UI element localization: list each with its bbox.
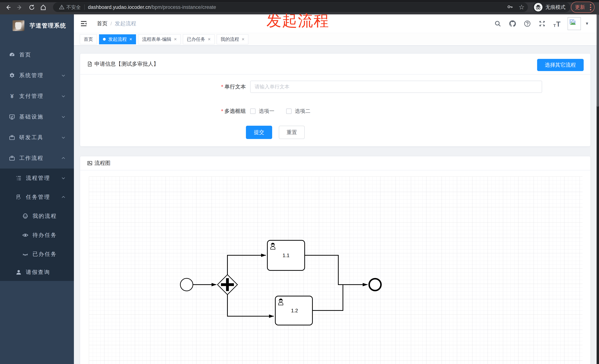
scrollbar-thumb[interactable]: [597, 14, 599, 107]
edge-gateway-to-task2: [228, 295, 274, 316]
main-area: 首页 / 发起流程 T T: [74, 14, 599, 364]
security-label[interactable]: 不安全: [66, 4, 81, 10]
sidebar-item-process-mgmt[interactable]: 流程管理: [0, 169, 74, 187]
checkbox-box[interactable]: [250, 109, 255, 114]
tab-process-form-edit[interactable]: 流程表单-编辑 ×: [138, 34, 181, 44]
edge-gateway-to-task1: [228, 255, 266, 275]
person-icon: [16, 269, 22, 275]
robot-icon: [22, 213, 28, 219]
sidebar-item-home[interactable]: 首页: [0, 44, 74, 65]
annotation-text: 发起流程: [266, 11, 329, 31]
active-tab-dot: [103, 38, 106, 41]
checkbox-option-2[interactable]: 选项二: [286, 108, 310, 115]
tab-label: 已办任务: [187, 36, 205, 42]
sidebar-item-label: 已办任务: [33, 251, 57, 258]
tab-close-icon[interactable]: ×: [242, 36, 245, 42]
tab-close-icon[interactable]: ×: [129, 36, 132, 42]
tree-list-icon: [16, 175, 22, 181]
tab-bar: 首页 发起流程 × 流程表单-编辑 × 已办任务 × 我的流程 ×: [74, 33, 599, 46]
required-mark: *: [221, 84, 223, 90]
gauge-icon: [9, 52, 15, 58]
checkbox-group: 选项一 选项二: [250, 108, 310, 115]
app-logo-row[interactable]: 芋道管理系统: [0, 14, 74, 34]
sidebar-item-dev-tools[interactable]: 研发工具: [0, 127, 74, 148]
sidebar-item-leave-query[interactable]: 请假查询: [0, 263, 74, 281]
tab-close-icon[interactable]: ×: [174, 36, 177, 42]
app-header: 首页 / 发起流程 T T: [74, 14, 599, 33]
incognito-label: 无痕模式: [546, 4, 565, 10]
select-other-process-button[interactable]: 选择其它流程: [537, 59, 584, 71]
tab-my-process[interactable]: 我的流程 ×: [217, 34, 248, 44]
broken-image-icon: [569, 18, 576, 26]
single-line-text-input[interactable]: [250, 81, 542, 93]
url-text[interactable]: dashboard.yudao.iocoder.cn/bpm/process-i…: [88, 4, 216, 10]
sidebar-item-payment[interactable]: ¥ 支付管理: [0, 86, 74, 107]
github-icon[interactable]: [509, 20, 517, 28]
eye-icon: [22, 232, 28, 238]
submit-button[interactable]: 提交: [246, 126, 272, 139]
edge-task2-out: [312, 285, 343, 311]
avatar-dropdown-caret[interactable]: ▼: [585, 21, 589, 26]
breadcrumb: 首页 / 发起流程: [97, 20, 136, 27]
breadcrumb-separator: /: [110, 21, 112, 26]
sidebar-item-done-tasks[interactable]: 已办任务: [0, 245, 74, 263]
update-label: 更新: [575, 4, 585, 10]
image-icon: [87, 161, 93, 166]
sidebar-item-label: 系统管理: [19, 72, 44, 79]
fullscreen-icon[interactable]: [538, 20, 546, 28]
chevron-down-icon: [61, 135, 66, 140]
font-size-icon[interactable]: T T: [553, 20, 561, 28]
tab-done-tasks[interactable]: 已办任务 ×: [183, 34, 214, 44]
tab-home[interactable]: 首页: [80, 34, 97, 44]
browser-reload-button[interactable]: [27, 3, 36, 12]
toolbox-icon: [9, 134, 15, 141]
sidebar-item-my-process[interactable]: 我的流程: [0, 207, 74, 226]
security-warning-icon[interactable]: [59, 4, 64, 10]
required-mark: *: [221, 108, 223, 114]
sidebar-item-workflow[interactable]: 工作流程: [0, 148, 74, 169]
briefcase-icon: [9, 155, 15, 161]
sidebar-item-label: 任务管理: [26, 194, 50, 201]
search-icon[interactable]: [494, 20, 502, 28]
reset-button[interactable]: 重置: [279, 126, 305, 139]
bpmn-start-event: [180, 278, 193, 291]
sidebar-item-label: 基础设施: [19, 113, 44, 120]
tab-close-icon[interactable]: ×: [208, 36, 211, 42]
page-scrollbar[interactable]: [597, 14, 599, 364]
form-card-title: 申请信息【测试多审批人】: [94, 60, 159, 68]
browser-menu-icon[interactable]: [590, 4, 591, 10]
browser-home-button[interactable]: [38, 3, 48, 12]
chevron-up-icon: [61, 156, 66, 161]
workflow-submenu: 流程管理 任务管理 我的流程: [0, 169, 74, 281]
page-content: 申请信息【测试多审批人】 选择其它流程 *单行文本 *多选框组: [74, 46, 599, 364]
forward-arrow-icon: [17, 4, 23, 10]
chevron-down-icon: [61, 176, 66, 180]
help-icon[interactable]: [523, 20, 531, 28]
incognito-badge: 无痕模式: [533, 2, 570, 12]
sidebar-collapse-button[interactable]: [80, 20, 88, 27]
browser-forward-button[interactable]: [15, 3, 24, 12]
eye-closed-icon: [22, 251, 28, 257]
chevron-down-icon: [61, 94, 66, 99]
checkbox-box[interactable]: [286, 109, 291, 114]
browser-update-button[interactable]: 更新: [571, 2, 595, 13]
breadcrumb-home[interactable]: 首页: [97, 20, 107, 27]
chevron-down-icon: [61, 73, 66, 78]
checkbox-label: 选项一: [259, 108, 274, 115]
sidebar-item-infrastructure[interactable]: 基础设施: [0, 107, 74, 127]
sidebar-item-system[interactable]: 系统管理: [0, 65, 74, 86]
key-icon[interactable]: [507, 4, 513, 11]
sidebar-item-task-mgmt[interactable]: 任务管理: [0, 187, 74, 207]
diagram-card-title: 流程图: [94, 160, 110, 167]
checkbox-label: 选项二: [295, 108, 310, 115]
browser-back-button[interactable]: [3, 3, 13, 12]
document-icon: [87, 61, 93, 67]
sidebar-item-label: 支付管理: [19, 93, 44, 100]
incognito-icon: [534, 3, 542, 11]
sidebar-item-todo-tasks[interactable]: 待办任务: [0, 226, 74, 245]
checkbox-option-1[interactable]: 选项一: [250, 108, 274, 115]
tab-start-process[interactable]: 发起流程 ×: [99, 34, 136, 44]
bookmark-star-icon[interactable]: ☆: [519, 3, 525, 11]
bpmn-canvas[interactable]: 1.1 1.2: [89, 177, 582, 364]
avatar[interactable]: [568, 17, 581, 30]
